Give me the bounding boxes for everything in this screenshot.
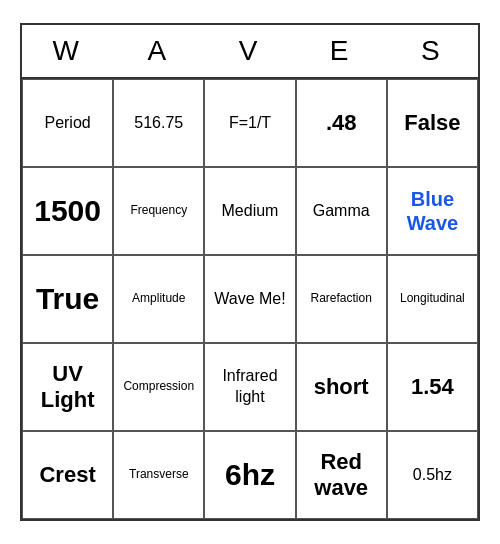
bingo-cell: 6hz bbox=[204, 431, 295, 519]
cell-content: True bbox=[36, 281, 99, 317]
cell-content: False bbox=[404, 110, 460, 136]
bingo-cell: Amplitude bbox=[113, 255, 204, 343]
header-letter: A bbox=[113, 25, 204, 77]
cell-content: UV Light bbox=[27, 361, 108, 414]
bingo-header: WAVES bbox=[22, 25, 478, 79]
bingo-cell: Compression bbox=[113, 343, 204, 431]
bingo-cell: 0.5hz bbox=[387, 431, 478, 519]
bingo-cell: Rarefaction bbox=[296, 255, 387, 343]
cell-content: Rarefaction bbox=[311, 291, 372, 307]
cell-content: Infrared light bbox=[209, 366, 290, 408]
bingo-cell: 1500 bbox=[22, 167, 113, 255]
bingo-cell: Gamma bbox=[296, 167, 387, 255]
bingo-cell: True bbox=[22, 255, 113, 343]
bingo-cell: Frequency bbox=[113, 167, 204, 255]
cell-content: 6hz bbox=[225, 457, 275, 493]
bingo-cell: Longitudinal bbox=[387, 255, 478, 343]
cell-content: Wave Me! bbox=[214, 289, 285, 310]
cell-content: Medium bbox=[222, 201, 279, 222]
bingo-cell: Wave Me! bbox=[204, 255, 295, 343]
bingo-cell: 1.54 bbox=[387, 343, 478, 431]
cell-content: 0.5hz bbox=[413, 465, 452, 486]
bingo-cell: Period bbox=[22, 79, 113, 167]
bingo-cell: Blue Wave bbox=[387, 167, 478, 255]
cell-content: Gamma bbox=[313, 201, 370, 222]
header-letter: S bbox=[387, 25, 478, 77]
header-letter: W bbox=[22, 25, 113, 77]
cell-content: Period bbox=[44, 113, 90, 134]
cell-content: 1500 bbox=[34, 193, 101, 229]
cell-content: Frequency bbox=[130, 203, 187, 219]
header-letter: V bbox=[204, 25, 295, 77]
cell-content: 516.75 bbox=[134, 113, 183, 134]
bingo-cell: .48 bbox=[296, 79, 387, 167]
bingo-grid: Period516.75F=1/T.48False1500FrequencyMe… bbox=[22, 79, 478, 519]
bingo-cell: Red wave bbox=[296, 431, 387, 519]
cell-content: Longitudinal bbox=[400, 291, 465, 307]
cell-content: Compression bbox=[123, 379, 194, 395]
cell-content: Crest bbox=[39, 462, 95, 488]
cell-content: Amplitude bbox=[132, 291, 185, 307]
header-letter: E bbox=[296, 25, 387, 77]
bingo-cell: F=1/T bbox=[204, 79, 295, 167]
bingo-cell: Crest bbox=[22, 431, 113, 519]
bingo-cell: UV Light bbox=[22, 343, 113, 431]
bingo-cell: Infrared light bbox=[204, 343, 295, 431]
cell-content: F=1/T bbox=[229, 113, 271, 134]
cell-content: Blue Wave bbox=[392, 187, 473, 235]
cell-content: short bbox=[314, 374, 369, 400]
cell-content: 1.54 bbox=[411, 374, 454, 400]
cell-content: Transverse bbox=[129, 467, 189, 483]
cell-content: Red wave bbox=[301, 449, 382, 502]
bingo-cell: Medium bbox=[204, 167, 295, 255]
bingo-cell: False bbox=[387, 79, 478, 167]
bingo-cell: short bbox=[296, 343, 387, 431]
bingo-cell: Transverse bbox=[113, 431, 204, 519]
bingo-cell: 516.75 bbox=[113, 79, 204, 167]
cell-content: .48 bbox=[326, 110, 357, 136]
bingo-card: WAVES Period516.75F=1/T.48False1500Frequ… bbox=[20, 23, 480, 521]
